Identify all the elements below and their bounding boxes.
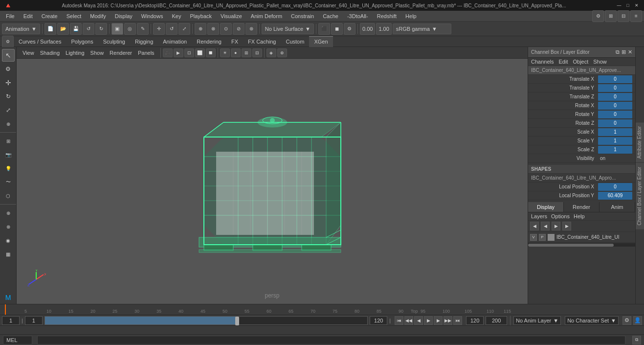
layer-pickable-toggle[interactable]: P: [539, 234, 546, 241]
new-file-btn[interactable]: 📄: [44, 23, 56, 35]
tab-polygons[interactable]: Polygons: [66, 36, 98, 47]
camera-btn[interactable]: 📷: [2, 148, 15, 161]
tab-custom[interactable]: Custom: [281, 36, 310, 47]
vp-menu-shading[interactable]: Shading: [38, 49, 62, 57]
edge-tab-attribute-editor[interactable]: Attribute Editor: [636, 122, 644, 162]
vp-hud-btn[interactable]: ⊟: [252, 48, 262, 57]
snap-btn5[interactable]: ⊛: [245, 23, 257, 35]
go-end-btn[interactable]: ⏭: [453, 316, 462, 325]
menu-constrain[interactable]: Constrain: [287, 12, 318, 20]
channel-rotate-x[interactable]: Rotate X 0: [528, 101, 635, 110]
layers-menu-help[interactable]: Help: [574, 213, 585, 219]
vp-menu-panels[interactable]: Panels: [136, 49, 156, 57]
menu-visualize[interactable]: Visualize: [217, 12, 246, 20]
channel-local-pos-y[interactable]: Local Position Y 60.409: [528, 191, 635, 200]
live-surface-dropdown[interactable]: No Live Surface ▼: [262, 23, 314, 34]
play-btn[interactable]: ▶: [424, 316, 433, 325]
region-select[interactable]: ▦: [2, 248, 15, 260]
vp-smooth-btn[interactable]: ⬜: [195, 48, 205, 57]
close-button[interactable]: ✕: [633, 2, 640, 9]
tab-animation[interactable]: Animation: [158, 36, 192, 47]
vp-camera-btn[interactable]: 🎥: [163, 48, 173, 57]
range-slider[interactable]: [235, 317, 239, 325]
move-tool-btn[interactable]: ✛: [153, 23, 165, 35]
channel-rotate-y[interactable]: Rotate Y 0: [528, 110, 635, 119]
vp-cam-btn2[interactable]: ⊕: [277, 48, 287, 57]
menu-file[interactable]: File: [2, 12, 19, 20]
channel-scale-x[interactable]: Scale X 1: [528, 128, 635, 137]
menu-edit[interactable]: Edit: [20, 12, 37, 20]
ipr-btn[interactable]: ◼: [331, 23, 343, 35]
maximize-button[interactable]: □: [624, 2, 631, 9]
undo-btn[interactable]: ↺: [83, 23, 94, 35]
channel-translate-y[interactable]: Translate Y 0: [528, 84, 635, 92]
layers-menu-options[interactable]: Options: [551, 213, 570, 219]
render-btn[interactable]: ⬛: [318, 23, 330, 35]
scale-tool[interactable]: ⤢: [2, 104, 15, 116]
tab-rigging[interactable]: Rigging: [130, 36, 158, 47]
layer-prev-btn[interactable]: ◀: [541, 222, 550, 230]
command-line[interactable]: [37, 336, 625, 345]
menu-create[interactable]: Create: [38, 12, 62, 20]
preferences-btn2[interactable]: 👤: [633, 316, 642, 325]
max-frame-input[interactable]: [486, 316, 507, 325]
go-start-btn[interactable]: ⏮: [395, 316, 403, 325]
menu-redshift[interactable]: Redshift: [373, 12, 400, 20]
menu-cache[interactable]: Cache: [319, 12, 342, 20]
step-back-btn[interactable]: ◀: [414, 316, 423, 325]
scrollbar-thumb[interactable]: [528, 244, 614, 247]
vp-menu-show[interactable]: Show: [89, 49, 106, 57]
vp-wire-btn[interactable]: ⊡: [184, 48, 194, 57]
save-file-btn[interactable]: 💾: [70, 23, 82, 35]
toolbar-right-btn2[interactable]: ⊞: [605, 10, 617, 22]
vp-menu-lighting[interactable]: Lighting: [64, 49, 87, 57]
cb-menu-object[interactable]: Object: [573, 59, 588, 65]
cb-detach-btn[interactable]: ⊞: [622, 49, 626, 55]
redo-btn[interactable]: ↻: [95, 23, 107, 35]
universal-tool[interactable]: ⊕: [2, 117, 15, 130]
render-settings-btn[interactable]: ⚙: [344, 23, 355, 35]
cb-collapse-btn[interactable]: ⧉: [616, 49, 620, 55]
menu-select[interactable]: Select: [63, 12, 86, 20]
char-set-dropdown[interactable]: No Character Set ▼: [565, 316, 619, 325]
layer-next-btn[interactable]: ▶: [552, 222, 560, 230]
layers-scrollbar[interactable]: [528, 243, 635, 247]
snap-btn1[interactable]: ⊕: [195, 23, 206, 35]
curve-snap[interactable]: ⊗: [2, 220, 15, 233]
vp-shadow-btn[interactable]: ●: [231, 48, 241, 57]
tab-xgen[interactable]: XGen: [309, 36, 333, 47]
next-frame-btn[interactable]: ▶▶: [444, 316, 452, 325]
tab-rendering[interactable]: Rendering: [192, 36, 226, 47]
menu-help[interactable]: Help: [401, 12, 421, 20]
layers-menu-layers[interactable]: Layers: [531, 213, 547, 219]
toolbar-right-btn4[interactable]: ≡: [630, 10, 642, 22]
move-tool[interactable]: ✛: [2, 76, 15, 89]
channel-translate-x[interactable]: Translate X 0: [528, 75, 635, 84]
prev-frame-btn[interactable]: ◀◀: [404, 316, 413, 325]
playback-range[interactable]: [44, 316, 368, 325]
tab-fx-caching[interactable]: FX Caching: [243, 36, 281, 47]
layer-new-btn[interactable]: ◀: [530, 222, 539, 230]
menu-playback[interactable]: Playback: [186, 12, 216, 20]
mode-dropdown[interactable]: Animation ▼: [2, 23, 40, 34]
rotate-tool-btn[interactable]: ↺: [166, 23, 178, 35]
open-file-btn[interactable]: 📂: [57, 23, 69, 35]
channel-scale-z[interactable]: Scale Z 1: [528, 145, 635, 154]
tabbar-settings-btn[interactable]: ⚙: [2, 36, 14, 47]
snap-btn3[interactable]: ⊙: [220, 23, 232, 35]
scale-tool-btn[interactable]: ⤢: [178, 23, 190, 35]
current-frame-input[interactable]: [2, 316, 20, 325]
channel-rotate-z[interactable]: Rotate Z 0: [528, 119, 635, 128]
range-end-input[interactable]: [466, 316, 484, 325]
tab-render[interactable]: Render: [564, 202, 600, 212]
script-editor-btn[interactable]: ⧉: [632, 336, 641, 345]
viewport-canvas[interactable]: X Y Z persp: [17, 59, 528, 304]
vp-iso-btn[interactable]: ◈: [266, 48, 276, 57]
start-frame-input[interactable]: [25, 316, 43, 325]
snap-btn2[interactable]: ⊗: [207, 23, 219, 35]
layer-row[interactable]: V P IBC_Container_640_Litre_UI: [528, 232, 635, 243]
toolbar-right-btn3[interactable]: ⊟: [618, 10, 629, 22]
menu-anim-deform[interactable]: Anim Deform: [247, 12, 286, 20]
vp-light-btn[interactable]: ☀: [220, 48, 230, 57]
curve-btn[interactable]: 〜: [2, 176, 15, 188]
